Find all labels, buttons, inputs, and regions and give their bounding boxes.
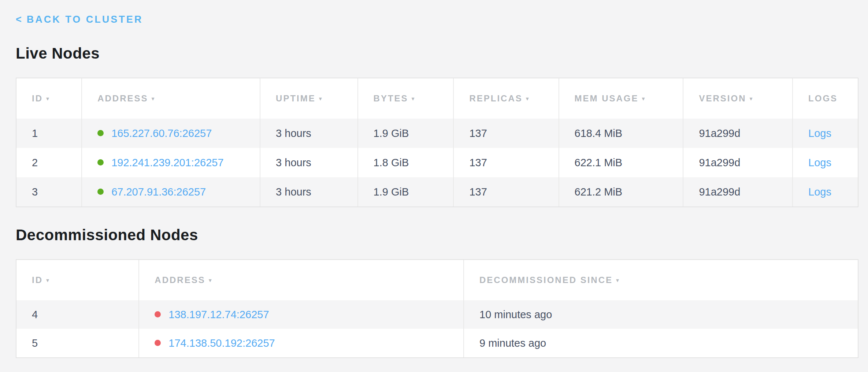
- live-nodes-title: Live Nodes: [16, 45, 858, 62]
- sort-arrow-icon: ▾: [152, 96, 156, 102]
- cell-version: 91a299d: [683, 119, 793, 148]
- table-row-node-5: 5 174.138.50.192:26257 9 minutes ago: [16, 329, 858, 357]
- cell-replicas: 137: [454, 119, 559, 148]
- live-status-dot-icon: [97, 130, 104, 136]
- cell-bytes: 1.9 GiB: [358, 177, 454, 207]
- live-status-dot-icon: [97, 189, 104, 195]
- sort-arrow-icon: ▾: [642, 96, 646, 102]
- sort-arrow-icon: ▾: [46, 277, 50, 283]
- cell-node-id: 5: [16, 329, 139, 357]
- col-header-logs-label: LOGS: [808, 93, 838, 103]
- sort-arrow-icon: ▾: [616, 277, 620, 283]
- decommissioned-status-dot-icon: [155, 311, 161, 317]
- col-header-id[interactable]: ID▾: [16, 260, 139, 300]
- cell-decommissioned-since: 9 minutes ago: [464, 329, 858, 357]
- cell-bytes: 1.8 GiB: [358, 148, 454, 177]
- logs-link[interactable]: Logs: [808, 127, 831, 139]
- table-row-node-2: 2 192.241.239.201:26257 3 hours 1.8 GiB …: [16, 148, 858, 177]
- cell-mem-usage: 621.2 MiB: [559, 177, 684, 207]
- cell-uptime: 3 hours: [260, 119, 358, 148]
- cell-node-id: 3: [16, 177, 82, 207]
- address-link[interactable]: 67.207.91.36:26257: [111, 186, 206, 198]
- back-arrow-icon: <: [16, 14, 23, 25]
- cell-uptime: 3 hours: [260, 148, 358, 177]
- cell-address: 67.207.91.36:26257: [82, 177, 260, 207]
- col-header-id-label: ID: [32, 93, 43, 103]
- cell-node-id: 4: [16, 300, 139, 329]
- cell-node-id: 1: [16, 119, 82, 148]
- live-header-row: ID▾ ADDRESS▾ UPTIME▾ BYTES▾ REPLICAS▾ ME…: [16, 78, 858, 119]
- col-header-bytes-label: BYTES: [374, 93, 408, 103]
- sort-arrow-icon: ▾: [319, 96, 323, 102]
- cell-logs: Logs: [793, 119, 858, 148]
- sort-arrow-icon: ▾: [526, 96, 530, 102]
- cell-version: 91a299d: [683, 177, 793, 207]
- cell-uptime: 3 hours: [260, 177, 358, 207]
- cell-logs: Logs: [793, 148, 858, 177]
- cell-address: 165.227.60.76:26257: [82, 119, 260, 148]
- sort-arrow-icon: ▾: [412, 96, 416, 102]
- col-header-mem-usage-label: MEM USAGE: [575, 93, 639, 103]
- cell-node-id: 2: [16, 148, 82, 177]
- col-header-decommissioned-since[interactable]: DECOMMISSIONED SINCE▾: [464, 260, 858, 300]
- nodes-page: <BACK TO CLUSTER Live Nodes ID▾ ADDRESS▾…: [0, 0, 868, 358]
- table-row-node-1: 1 165.227.60.76:26257 3 hours 1.9 GiB 13…: [16, 119, 858, 148]
- col-header-uptime[interactable]: UPTIME▾: [260, 78, 358, 119]
- col-header-version[interactable]: VERSION▾: [683, 78, 793, 119]
- live-status-dot-icon: [97, 159, 104, 165]
- address-link[interactable]: 138.197.12.74:26257: [168, 309, 269, 320]
- sort-arrow-icon: ▾: [46, 96, 50, 102]
- logs-link[interactable]: Logs: [808, 157, 831, 168]
- sort-arrow-icon: ▾: [209, 277, 213, 283]
- col-header-bytes[interactable]: BYTES▾: [358, 78, 454, 119]
- cell-mem-usage: 618.4 MiB: [559, 119, 684, 148]
- col-header-id-label: ID: [32, 275, 43, 285]
- col-header-mem-usage[interactable]: MEM USAGE▾: [559, 78, 684, 119]
- address-link[interactable]: 174.138.50.192:26257: [168, 337, 275, 349]
- address-link[interactable]: 192.241.239.201:26257: [111, 157, 223, 168]
- col-header-replicas-label: REPLICAS: [469, 93, 522, 103]
- cell-logs: Logs: [793, 177, 858, 207]
- col-header-address[interactable]: ADDRESS▾: [139, 260, 464, 300]
- cell-decommissioned-since: 10 minutes ago: [464, 300, 858, 329]
- back-to-cluster-link[interactable]: <BACK TO CLUSTER: [16, 14, 143, 25]
- col-header-uptime-label: UPTIME: [276, 93, 316, 103]
- table-row-node-3: 3 67.207.91.36:26257 3 hours 1.9 GiB 137…: [16, 177, 858, 207]
- cell-replicas: 137: [454, 177, 559, 207]
- col-header-address[interactable]: ADDRESS▾: [82, 78, 260, 119]
- cell-address: 174.138.50.192:26257: [139, 329, 464, 357]
- sort-arrow-icon: ▾: [750, 96, 754, 102]
- live-nodes-table: ID▾ ADDRESS▾ UPTIME▾ BYTES▾ REPLICAS▾ ME…: [16, 78, 858, 207]
- logs-link[interactable]: Logs: [808, 186, 831, 198]
- cell-version: 91a299d: [683, 148, 793, 177]
- cell-address: 192.241.239.201:26257: [82, 148, 260, 177]
- col-header-version-label: VERSION: [699, 93, 746, 103]
- back-to-cluster-label: BACK TO CLUSTER: [27, 14, 143, 25]
- col-header-decommissioned-since-label: DECOMMISSIONED SINCE: [479, 275, 613, 285]
- decommissioned-nodes-title: Decommissioned Nodes: [16, 227, 858, 243]
- address-link[interactable]: 165.227.60.76:26257: [111, 127, 212, 139]
- table-row-node-4: 4 138.197.12.74:26257 10 minutes ago: [16, 300, 858, 329]
- col-header-logs: LOGS: [793, 78, 858, 119]
- col-header-replicas[interactable]: REPLICAS▾: [454, 78, 559, 119]
- decommissioned-status-dot-icon: [155, 340, 161, 346]
- decommissioned-header-row: ID▾ ADDRESS▾ DECOMMISSIONED SINCE▾: [16, 260, 858, 300]
- col-header-id[interactable]: ID▾: [16, 78, 82, 119]
- cell-address: 138.197.12.74:26257: [139, 300, 464, 329]
- decommissioned-nodes-table: ID▾ ADDRESS▾ DECOMMISSIONED SINCE▾ 4 138…: [16, 259, 858, 358]
- col-header-address-label: ADDRESS: [155, 275, 205, 285]
- cell-mem-usage: 622.1 MiB: [559, 148, 684, 177]
- cell-bytes: 1.9 GiB: [358, 119, 454, 148]
- col-header-address-label: ADDRESS: [97, 93, 148, 103]
- cell-replicas: 137: [454, 148, 559, 177]
